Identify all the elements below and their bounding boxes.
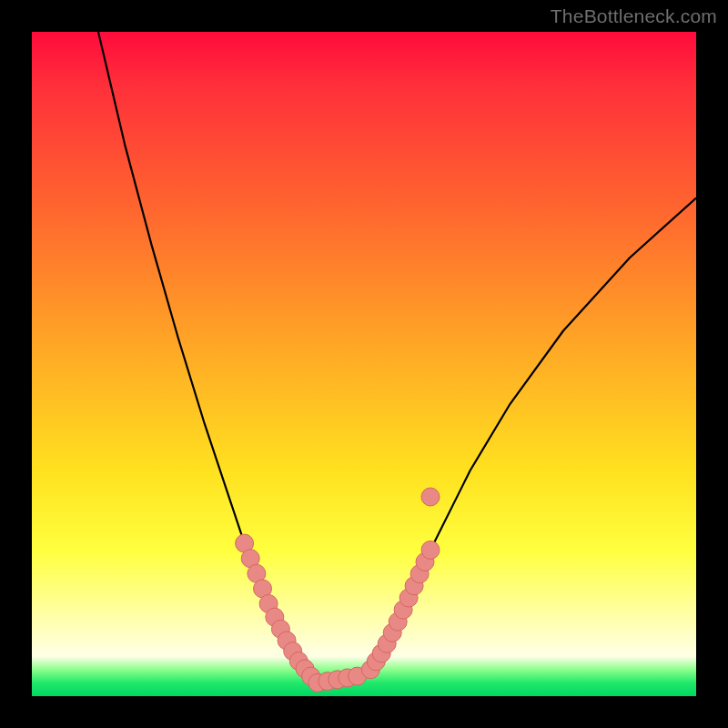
data-markers: [236, 488, 440, 692]
bottleneck-curve: [98, 32, 696, 682]
data-marker: [421, 541, 440, 559]
watermark-text: TheBottleneck.com: [551, 5, 717, 27]
plot-area: [32, 32, 696, 696]
chart-curve-layer: [32, 32, 696, 696]
chart-canvas: TheBottleneck.com: [0, 0, 728, 728]
data-marker: [421, 488, 440, 506]
